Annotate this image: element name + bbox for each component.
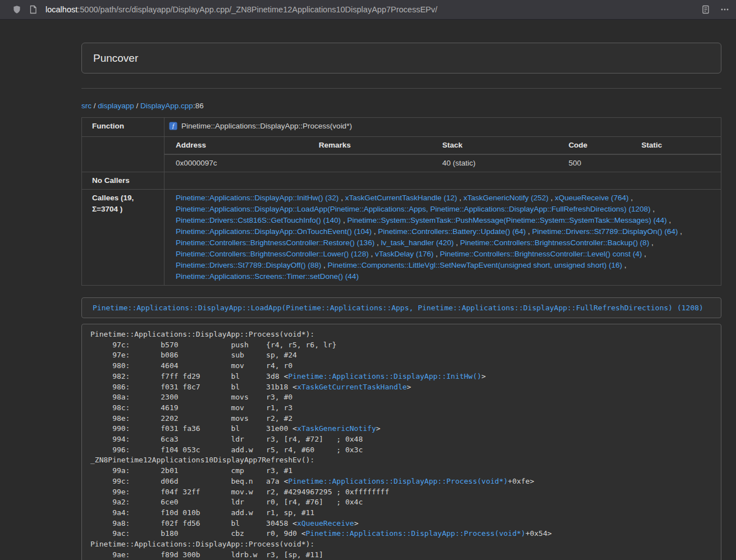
stack-value: 40 (static) bbox=[431, 154, 557, 172]
function-name: Pinetime::Applications::DisplayApp::Proc… bbox=[181, 122, 352, 130]
selected-symbol-link[interactable]: Pinetime::Applications::DisplayApp::Load… bbox=[93, 304, 703, 312]
callee-link[interactable]: Pinetime::Applications::DisplayApp::Init… bbox=[176, 194, 339, 202]
callee-separator: , bbox=[341, 216, 347, 224]
disassembly-symbol-link[interactable]: Pinetime::Applications::DisplayApp::Proc… bbox=[288, 477, 508, 485]
callee-separator: , bbox=[526, 227, 532, 236]
app-title: Puncover bbox=[93, 52, 710, 65]
callee-separator: , bbox=[433, 250, 440, 258]
no-callers-label: No Callers bbox=[82, 172, 164, 190]
breadcrumb-link[interactable]: DisplayApp.cpp bbox=[140, 102, 193, 110]
function-table: Function f Pinetime::Applications::Displ… bbox=[81, 117, 721, 286]
disassembly-block: Pinetime::Applications::DisplayApp::Proc… bbox=[81, 324, 721, 560]
details-value-row: 0x0000097c 40 (static) 500 bbox=[164, 154, 721, 172]
callee-separator: , bbox=[548, 194, 555, 202]
callee-separator: , bbox=[372, 227, 378, 236]
address-value: 0x0000097c bbox=[164, 154, 308, 172]
url-host: localhost bbox=[45, 5, 77, 14]
callee-link[interactable]: Pinetime::Drivers::St7789::DisplayOff() … bbox=[176, 261, 321, 269]
disassembly-symbol-link[interactable]: Pinetime::Applications::DisplayApp::Init… bbox=[288, 372, 481, 380]
column-address: Address bbox=[164, 137, 308, 154]
callee-link[interactable]: Pinetime::Controllers::BrightnessControl… bbox=[440, 250, 642, 258]
disassembly-symbol-link[interactable]: xTaskGenericNotify bbox=[297, 424, 376, 433]
breadcrumb-line-number: :86 bbox=[193, 102, 204, 110]
menu-dots-icon[interactable] bbox=[720, 5, 729, 14]
selected-symbol-panel: Pinetime::Applications::DisplayApp::Load… bbox=[81, 297, 721, 318]
no-callers-cell bbox=[164, 172, 721, 190]
disassembly-symbol-link[interactable]: Pinetime::Applications::DisplayApp::Proc… bbox=[306, 529, 525, 538]
callee-separator: , bbox=[369, 250, 375, 258]
shield-icon[interactable] bbox=[12, 5, 21, 14]
details-row-label bbox=[82, 137, 164, 172]
static-value bbox=[630, 154, 721, 172]
callee-separator: , bbox=[457, 194, 463, 202]
column-remarks: Remarks bbox=[308, 137, 431, 154]
function-row: Function f Pinetime::Applications::Displ… bbox=[82, 118, 721, 137]
callee-separator: , bbox=[642, 250, 647, 258]
details-header-row: Address Remarks Stack Code Static bbox=[164, 137, 721, 154]
callees-label: Callees (19, Σ=3704 ) bbox=[82, 190, 164, 286]
callee-link[interactable]: Pinetime::Controllers::Battery::Update()… bbox=[378, 227, 525, 236]
url-path: :5000/path/src/displayapp/DisplayApp.cpp… bbox=[77, 5, 437, 14]
callee-link[interactable]: xTaskGenericNotify (252) bbox=[464, 194, 549, 202]
toolbar-actions bbox=[701, 5, 729, 14]
callee-separator: , bbox=[629, 194, 633, 202]
divider bbox=[81, 88, 721, 89]
callee-link[interactable]: xTaskGetCurrentTaskHandle (12) bbox=[345, 194, 458, 202]
callee-link[interactable]: Pinetime::Controllers::BrightnessControl… bbox=[176, 238, 374, 247]
page-content: Puncover src / displayapp / DisplayApp.c… bbox=[81, 20, 721, 560]
callee-link[interactable]: xQueueReceive (764) bbox=[555, 194, 628, 202]
callee-separator: , bbox=[321, 261, 327, 269]
callee-link[interactable]: Pinetime::Controllers::BrightnessControl… bbox=[176, 250, 369, 258]
app-header-panel: Puncover bbox=[81, 43, 721, 74]
no-callers-row: No Callers bbox=[82, 172, 721, 190]
callee-separator: , bbox=[339, 194, 345, 202]
callee-link[interactable]: Pinetime::Drivers::Cst816S::GetTouchInfo… bbox=[176, 216, 341, 224]
code-value: 500 bbox=[557, 154, 630, 172]
breadcrumb-link[interactable]: displayapp bbox=[98, 102, 134, 110]
details-table: Address Remarks Stack Code Static 0x0000… bbox=[164, 137, 721, 172]
callee-link[interactable]: Pinetime::Drivers::St7789::DisplayOn() (… bbox=[532, 227, 678, 236]
callee-separator: , bbox=[622, 261, 627, 269]
callee-separator: , bbox=[649, 238, 653, 247]
callee-link[interactable]: Pinetime::Components::LittleVgl::SetNewT… bbox=[328, 261, 623, 269]
url-bar[interactable]: localhost:5000/path/src/displayapp/Displ… bbox=[45, 5, 694, 14]
breadcrumb-separator: / bbox=[134, 102, 140, 110]
column-code: Code bbox=[557, 137, 630, 154]
breadcrumb-link[interactable]: src bbox=[81, 102, 92, 110]
column-stack: Stack bbox=[431, 137, 557, 154]
remarks-value bbox=[308, 154, 431, 172]
column-static: Static bbox=[630, 137, 721, 154]
callee-link[interactable]: vTaskDelay (176) bbox=[375, 250, 433, 258]
callee-link[interactable]: lv_task_handler (420) bbox=[381, 238, 454, 247]
function-name-cell: f Pinetime::Applications::DisplayApp::Pr… bbox=[164, 118, 721, 137]
callee-separator: , bbox=[678, 227, 682, 236]
page-icon[interactable] bbox=[29, 5, 38, 14]
callees-row: Callees (19, Σ=3704 ) Pinetime::Applicat… bbox=[82, 190, 721, 286]
callee-link[interactable]: Pinetime::Applications::Screens::Timer::… bbox=[176, 272, 359, 281]
details-cell: Address Remarks Stack Code Static 0x0000… bbox=[164, 137, 721, 172]
callee-separator: , bbox=[454, 238, 460, 247]
disassembly-symbol-link[interactable]: xTaskGetCurrentTaskHandle bbox=[297, 383, 407, 391]
callee-link[interactable]: Pinetime::Controllers::BrightnessControl… bbox=[460, 238, 650, 247]
function-row-label: Function bbox=[82, 118, 164, 137]
callee-separator: , bbox=[374, 238, 381, 247]
breadcrumb: src / displayapp / DisplayApp.cpp:86 bbox=[81, 100, 721, 112]
reader-mode-icon[interactable] bbox=[701, 5, 710, 14]
callee-separator: , bbox=[651, 205, 655, 213]
disassembly-symbol-link[interactable]: xQueueReceive bbox=[297, 519, 354, 527]
function-icon: f bbox=[169, 122, 177, 134]
callee-separator: , bbox=[667, 216, 671, 224]
details-row: Address Remarks Stack Code Static 0x0000… bbox=[82, 137, 721, 172]
callee-link[interactable]: Pinetime::System::SystemTask::PushMessag… bbox=[347, 216, 666, 224]
callee-link[interactable]: Pinetime::Applications::DisplayApp::OnTo… bbox=[176, 227, 372, 236]
browser-toolbar: localhost:5000/path/src/displayapp/Displ… bbox=[0, 0, 736, 20]
callees-cell: Pinetime::Applications::DisplayApp::Init… bbox=[164, 190, 721, 286]
callee-link[interactable]: Pinetime::Applications::DisplayApp::Load… bbox=[176, 205, 651, 213]
breadcrumb-separator: / bbox=[92, 102, 98, 110]
